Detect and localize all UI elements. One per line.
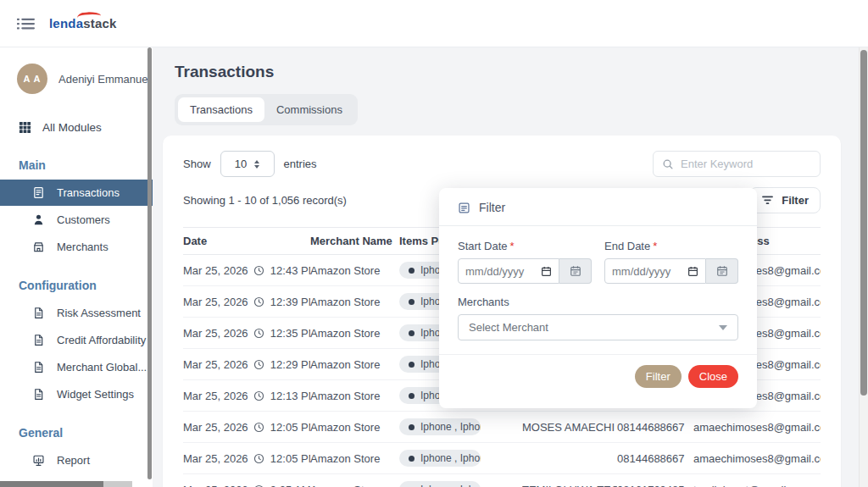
sidebar-toggle-icon[interactable]: [17, 15, 37, 32]
report-icon: [32, 454, 46, 467]
start-date-picker-button[interactable]: [559, 258, 592, 284]
calendar-icon: [570, 265, 581, 277]
filter-modal-footer: Filter Close: [439, 354, 757, 408]
items-badge: Iphone , Iphone...: [399, 418, 481, 435]
sidebar-item-label: Transactions: [57, 186, 120, 199]
column-header-date[interactable]: Date: [183, 228, 310, 255]
app-logo[interactable]: lendastack: [49, 16, 117, 30]
cell-merchant: Amazon Store: [310, 474, 399, 487]
tab-commissions[interactable]: Commissions: [264, 97, 354, 122]
sidebar-item-label: Risk Assessment: [57, 307, 141, 319]
sidebar-item-widget-settings[interactable]: Widget Settings: [0, 381, 153, 407]
cell-date: Mar 25, 2026 12:43 PM: [183, 255, 310, 286]
sidebar-item-label: Widget Settings: [57, 388, 134, 401]
sidebar: A A Adeniyi Emmanuel Ad All Modules Main…: [0, 47, 153, 487]
end-date-input[interactable]: mm/dd/yyyy: [604, 258, 706, 284]
transactions-icon: [32, 186, 46, 199]
calendar-glyph-icon[interactable]: [687, 266, 698, 277]
nav-group-main: Transactions Customers Merchants: [0, 180, 153, 260]
sidebar-item-credit-affordability[interactable]: Credit Affordability: [0, 327, 153, 353]
items-badge: Iphone , Iphone...: [399, 450, 481, 467]
search-box[interactable]: [653, 151, 821, 177]
end-date-picker-button[interactable]: [706, 258, 738, 284]
required-asterisk: *: [653, 240, 657, 252]
cell-merchant: Amazon Store: [310, 380, 399, 412]
merchant-select-placeholder: Select Merchant: [469, 321, 548, 334]
user-profile[interactable]: A A Adeniyi Emmanuel Ad: [0, 47, 153, 94]
document-icon: [32, 361, 46, 374]
search-icon: [662, 158, 674, 170]
nav-group-configuration: Risk Assessment Credit Affordability Mer…: [0, 300, 153, 407]
scrollbar-thumb[interactable]: [860, 50, 867, 396]
page-size-value: 10: [235, 158, 247, 170]
section-label-general: General: [0, 426, 153, 440]
stepper-arrows-icon: [254, 160, 259, 169]
end-date-label: End Date*: [604, 240, 738, 252]
column-header-merchant[interactable]: Merchant Name: [310, 228, 399, 255]
sidebar-item-label: Credit Affordability: [57, 334, 146, 346]
record-count-text: Showing 1 - 10 of 1,056 record(s): [183, 194, 347, 207]
all-modules-label: All Modules: [42, 121, 102, 134]
chevron-down-icon: [719, 325, 727, 330]
dot-icon: [409, 299, 415, 305]
sidebar-item-report[interactable]: Report: [0, 447, 153, 473]
cell-customer: MOSES AMAECHI: [522, 412, 617, 443]
start-date-field: Start Date* mm/dd/yyyy: [458, 240, 592, 284]
start-date-input[interactable]: mm/dd/yyyy: [458, 258, 559, 284]
filter-lines-icon: [761, 196, 774, 205]
date-placeholder: mm/dd/yyyy: [612, 265, 670, 278]
calendar-icon: [716, 265, 728, 277]
apply-filter-button[interactable]: Filter: [635, 365, 682, 388]
section-label-main: Main: [0, 158, 153, 172]
table-row: Mar 25, 2026 12:05 PMAmazon StoreIphone …: [183, 443, 821, 474]
cell-date: Mar 25, 2026 12:13 PM: [183, 380, 310, 412]
entries-label: entries: [284, 158, 317, 170]
close-modal-button[interactable]: Close: [688, 365, 738, 388]
cell-merchant: Amazon Store: [310, 318, 399, 349]
cell-email: amaechimoses8@gmail.com: [693, 412, 821, 443]
dot-icon: [409, 362, 415, 368]
filter-button-label: Filter: [782, 194, 809, 207]
sidebar-item-transactions[interactable]: Transactions: [0, 180, 153, 206]
sidebar-item-merchant-global[interactable]: Merchant Global...: [0, 354, 153, 380]
calendar-glyph-icon[interactable]: [541, 266, 552, 277]
document-icon: [32, 307, 46, 319]
table-row: Mar 25, 2026 9:25 AMAmazon StoreIphone ,…: [183, 474, 821, 487]
merchant-select[interactable]: Select Merchant: [458, 314, 738, 340]
sidebar-item-all-modules[interactable]: All Modules: [0, 114, 153, 140]
dot-icon: [409, 268, 415, 274]
cell-merchant: Amazon Store: [310, 349, 399, 380]
sidebar-vertical-scrollbar[interactable]: [147, 47, 152, 479]
page-title: Transactions: [175, 63, 841, 81]
cell-customer: [522, 443, 617, 474]
sidebar-item-risk-assessment[interactable]: Risk Assessment: [0, 300, 153, 326]
merchants-label: Merchants: [458, 296, 738, 308]
start-date-label: Start Date*: [458, 240, 592, 252]
customers-icon: [32, 213, 46, 226]
cell-merchant: Amazon Store: [310, 412, 399, 443]
cell-date: Mar 25, 2026 12:35 PM: [183, 318, 310, 349]
scrollbar-thumb[interactable]: [0, 481, 103, 487]
sidebar-item-customers[interactable]: Customers: [0, 207, 153, 233]
page-size-select[interactable]: 10: [220, 151, 275, 177]
dot-icon: [409, 424, 415, 430]
filter-modal-header: Filter: [439, 188, 757, 226]
merchants-icon: [32, 241, 46, 253]
open-filter-button[interactable]: Filter: [749, 187, 821, 213]
cell-items: Iphone , Iphone...: [399, 443, 522, 474]
cell-items: Iphone , Iphone...: [399, 412, 522, 443]
search-input[interactable]: [681, 158, 811, 170]
sidebar-item-label: Report: [57, 454, 90, 467]
sidebar-horizontal-scrollbar[interactable]: [0, 481, 132, 487]
sidebar-item-merchants[interactable]: Merchants: [0, 234, 153, 260]
cell-date: Mar 25, 2026 12:39 PM: [183, 286, 310, 318]
cell-merchant: Amazon Store: [310, 443, 399, 474]
cell-date: Mar 25, 2026 12:05 PM: [183, 443, 310, 474]
sidebar-item-label: Customers: [57, 213, 110, 226]
filter-form-icon: [458, 202, 470, 214]
cell-merchant: Amazon Store: [310, 255, 399, 286]
tab-transactions[interactable]: Transactions: [178, 97, 264, 122]
page-vertical-scrollbar[interactable]: [859, 47, 868, 487]
document-icon: [32, 388, 46, 401]
show-label: Show: [183, 158, 211, 170]
